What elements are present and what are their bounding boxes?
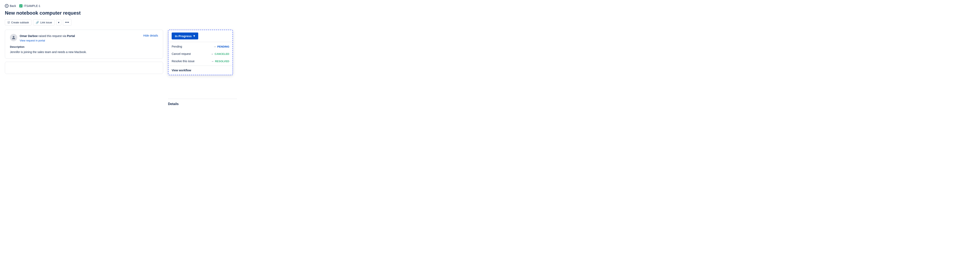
page-title: New notebook computer request: [5, 10, 975, 16]
description-card: Omar Darboe raised this request via Port…: [5, 30, 163, 59]
requester-raised-text: raised this request via: [38, 34, 67, 38]
portal-label: Portal: [67, 34, 75, 38]
resolve-status-badge: → RESOLVED: [211, 60, 229, 63]
cancel-arrow: →: [211, 53, 213, 56]
status-option-cancel[interactable]: Cancel request → CANCELED: [169, 50, 232, 58]
dropdown-header: In Progress ▾: [169, 30, 232, 41]
link-issue-button[interactable]: 🔗 Link issue: [33, 19, 54, 26]
view-request-in-portal-link[interactable]: View request in portal: [20, 39, 75, 42]
requester-name: Omar Darboe: [20, 34, 38, 38]
more-actions-button[interactable]: •••: [63, 19, 72, 26]
description-label: Description: [10, 45, 158, 48]
back-button[interactable]: Back: [5, 4, 16, 8]
create-subtask-label: Create subtask: [11, 21, 29, 24]
link-issue-label: Link issue: [40, 21, 52, 24]
issue-type-icon: ✓: [19, 4, 22, 8]
cancel-status-badge: → CANCELED: [211, 53, 229, 56]
pending-label: Pending: [172, 45, 182, 48]
status-option-resolve[interactable]: Resolve this issue → RESOLVED: [169, 58, 232, 65]
resolve-label: Resolve this issue: [172, 59, 194, 63]
dropdown-divider-2: [169, 66, 232, 66]
pending-status-text: PENDING: [217, 45, 229, 48]
subtask-icon: ☑: [8, 21, 10, 24]
resolve-arrow: →: [211, 60, 214, 63]
status-chevron-icon: ▾: [193, 34, 195, 38]
create-subtask-button[interactable]: ☑ Create subtask: [5, 19, 32, 26]
link-icon: 🔗: [36, 21, 39, 24]
requester-row: Omar Darboe raised this request via Port…: [10, 34, 158, 42]
description-section: Description Jennifer is joining the sale…: [10, 45, 158, 54]
dropdown-chevron-button[interactable]: ▾: [56, 19, 61, 26]
status-dropdown: In Progress ▾ Pending → PENDING Cancel r…: [168, 30, 233, 75]
status-button[interactable]: In Progress ▾: [172, 32, 198, 39]
pending-arrow: →: [213, 45, 216, 48]
right-panel: In Progress ▾ Pending → PENDING Cancel r…: [168, 30, 237, 107]
left-panel: Omar Darboe raised this request via Port…: [5, 30, 163, 107]
issue-badge: ✓ ITSAMPLE-1: [19, 4, 40, 8]
back-icon: [5, 4, 8, 8]
hide-details-button[interactable]: Hide details: [143, 34, 158, 37]
requester-info: Omar Darboe raised this request via Port…: [10, 34, 75, 42]
issue-id: ITSAMPLE-1: [24, 4, 40, 8]
chevron-icon: ▾: [58, 21, 59, 24]
more-icon: •••: [65, 21, 69, 24]
avatar: [10, 34, 17, 41]
second-card: [5, 62, 163, 74]
status-label: In Progress: [175, 34, 192, 38]
resolve-status-text: RESOLVED: [215, 60, 229, 63]
details-section: Details: [168, 99, 237, 107]
cancel-status-text: CANCELED: [215, 53, 229, 56]
svg-point-0: [13, 36, 14, 38]
main-content: Omar Darboe raised this request via Port…: [5, 30, 975, 107]
requester-text: Omar Darboe raised this request via Port…: [20, 34, 75, 38]
description-text: Jennifer is joining the sales team and n…: [10, 50, 158, 54]
status-option-pending[interactable]: Pending → PENDING: [169, 43, 232, 50]
requester-details: Omar Darboe raised this request via Port…: [20, 34, 75, 42]
details-title: Details: [168, 99, 237, 107]
view-workflow-button[interactable]: View workflow: [169, 67, 232, 75]
action-bar: ☑ Create subtask 🔗 Link issue ▾ •••: [5, 19, 975, 26]
back-label: Back: [10, 4, 16, 8]
pending-status-badge: → PENDING: [213, 45, 229, 48]
cancel-label: Cancel request: [172, 52, 191, 56]
